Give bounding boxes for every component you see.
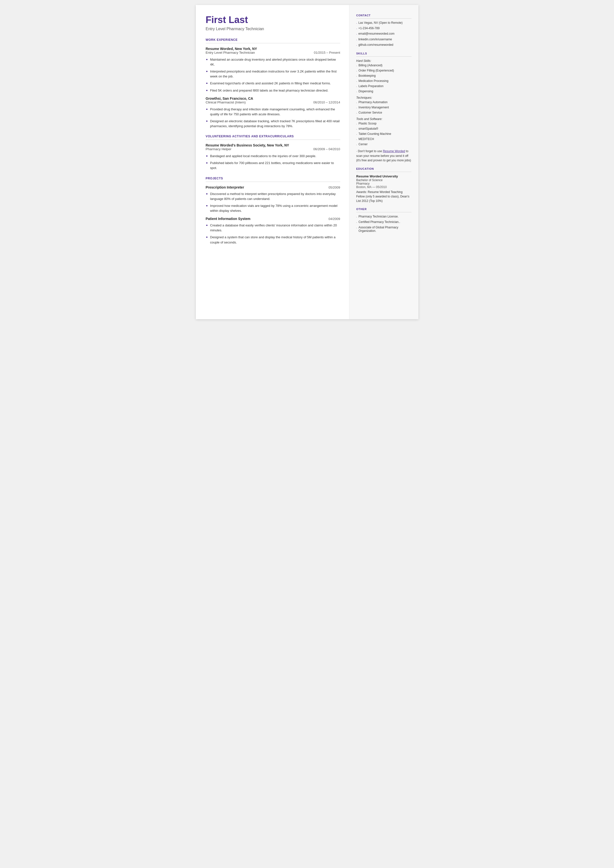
skill-pharmacy-automation: ·Pharmacy Automation: [356, 101, 411, 105]
edu-location: Boston, MA — 05/2010: [356, 185, 411, 189]
project-1: Prescription Interpreter 05/2009 Discove…: [206, 185, 340, 214]
bullet-item: Filed 5K orders and prepared l900 labels…: [210, 87, 340, 93]
bullet-item: Interpreted prescriptions and medication…: [210, 68, 340, 79]
bullet-item: Designed an electronic database tracking…: [210, 118, 340, 129]
contact-phone: · +1-234-456-789: [356, 26, 411, 31]
other-item-2: ·Certified Pharmacy Technician..: [356, 220, 411, 225]
hard-skills-label: Hard Skills:: [356, 59, 411, 63]
project-1-date: 05/2009: [329, 186, 340, 189]
job-1-bullets: Maintained an accurate drug inventory an…: [206, 56, 340, 93]
bullet-item: Published labels for 700 pillboxes and 2…: [210, 160, 340, 171]
bullet-item: Discovered a method to interpret written…: [210, 191, 340, 202]
volunteering-divider: [206, 140, 340, 140]
project-2-title: Patient Information System: [206, 217, 251, 221]
edu-school: Resume Worded University: [356, 174, 411, 178]
project-2: Patient Information System 04/2009 Creat…: [206, 217, 340, 245]
bullet-item: Bandaged and applied local medications t…: [210, 153, 340, 158]
volunteer-1-date: 06/2009 – 04/2010: [313, 147, 340, 151]
education-divider: [356, 172, 411, 172]
project-1-title: Prescription Interpreter: [206, 185, 244, 189]
volunteer-1: Resume Worded's Business Society, New Yo…: [206, 143, 340, 171]
job-2-bullets: Provided drug therapy and infection stat…: [206, 106, 340, 129]
skill-plastic-scoop: ·Plastic Scoop: [356, 122, 411, 126]
edu-awards: Awards: Resume Worded Teaching Fellow (o…: [356, 190, 411, 203]
right-column: CONTACT · Las Vegas, NV (Open to Remote)…: [349, 5, 419, 319]
bullet-item: Improved how medication vials are tagged…: [210, 203, 340, 213]
name-heading: First Last: [206, 15, 340, 25]
skill-smartspatula: ·smartSpatula®: [356, 127, 411, 131]
resume-page: First Last Entry Level Pharmacy Technici…: [196, 5, 419, 319]
skill-dispensing: ·Dispensing: [356, 90, 411, 94]
left-column: First Last Entry Level Pharmacy Technici…: [196, 5, 349, 319]
other-item-3: ·Associate of Global Pharmacy Organizati…: [356, 226, 411, 233]
volunteer-1-bullets: Bandaged and applied local medications t…: [206, 153, 340, 171]
bullet-item: Maintained an accurate drug inventory an…: [210, 56, 340, 67]
skill-cerner: ·Cerner: [356, 143, 411, 147]
skill-bookkeeping: ·Bookkeeping: [356, 74, 411, 78]
volunteering-title: VOLUNTEERING ACTIVITIES AND EXTRACURRICU…: [206, 135, 340, 138]
subtitle-heading: Entry Level Pharmacy Technician: [206, 27, 340, 31]
bullet-item: Examined logs/charts of clients and assi…: [210, 80, 340, 86]
skills-title: SKILLS: [356, 52, 411, 55]
contact-divider: [356, 18, 411, 19]
projects-title: PROJECTS: [206, 177, 340, 180]
job-1-date: 01/2015 – Present: [314, 51, 340, 54]
job-2-company: Growthsi, San Francisco, CA: [206, 96, 340, 101]
contact-location: · Las Vegas, NV (Open to Remote): [356, 21, 411, 25]
skill-labels-preparation: ·Labels Preparation: [356, 84, 411, 89]
bullet-item: Created a database that easily verifies …: [210, 222, 340, 233]
resume-worded-link[interactable]: Resume Worded: [383, 149, 405, 153]
education-title: EDUCATION: [356, 167, 411, 170]
skill-billing: ·Billing (Advanced): [356, 64, 411, 68]
job-2: Growthsi, San Francisco, CA Clinical Pha…: [206, 96, 340, 129]
promo-text: · Don't forget to use Resume Worded to s…: [356, 149, 411, 163]
bullet-item: Designed a system that can store and dis…: [210, 234, 340, 245]
work-experience-title: WORK EXPERIENCE: [206, 38, 340, 42]
techniques-label: Techniques:: [356, 96, 411, 99]
contact-email: · email@resumeworded.com: [356, 32, 411, 36]
edu-degree: Bachelor of Science: [356, 179, 411, 182]
project-2-bullets: Created a database that easily verifies …: [206, 222, 340, 245]
skills-divider: [356, 56, 411, 57]
tools-label: Tools and Software:: [356, 117, 411, 121]
skill-inventory-management: ·Inventory Management: [356, 106, 411, 110]
skill-customer-service: ·Customer Service: [356, 111, 411, 115]
contact-title: CONTACT: [356, 14, 411, 17]
bullet-item: Provided drug therapy and infection stat…: [210, 106, 340, 117]
skill-tablet-counting: ·Tablet Counting Machine: [356, 132, 411, 137]
volunteer-1-title: Pharmacy Helper: [206, 147, 231, 151]
job-2-date: 06/2010 – 12/2014: [313, 101, 340, 104]
edu-field: Pharmacy: [356, 182, 411, 185]
other-section: OTHER ·Pharmacy Technician License. ·Cer…: [356, 208, 411, 233]
skill-medication-processing: ·Medication Processing: [356, 79, 411, 84]
project-1-bullets: Discovered a method to interpret written…: [206, 191, 340, 214]
skill-meditech: ·MEDITECH: [356, 137, 411, 142]
job-1-title: Entry Level Pharmacy Technician: [206, 51, 255, 54]
project-2-date: 04/2009: [329, 217, 340, 221]
skills-section: SKILLS Hard Skills: ·Billing (Advanced) …: [356, 52, 411, 163]
skill-order-filling: ·Order Filling (Experienced): [356, 69, 411, 73]
job-1: Resume Worded, New York, NY Entry Level …: [206, 47, 340, 93]
other-item-1: ·Pharmacy Technician License.: [356, 215, 411, 219]
job-1-company: Resume Worded, New York, NY: [206, 47, 340, 51]
job-2-title: Clinical Pharmacist (Intern): [206, 101, 246, 104]
volunteer-1-company: Resume Worded's Business Society, New Yo…: [206, 143, 340, 147]
education-section: EDUCATION Resume Worded University Bache…: [356, 167, 411, 203]
contact-section: CONTACT · Las Vegas, NV (Open to Remote)…: [356, 14, 411, 48]
other-title: OTHER: [356, 208, 411, 211]
projects-divider: [206, 182, 340, 182]
contact-linkedin: · linkedin.com/in/username: [356, 37, 411, 42]
contact-github: · github.com/resumeworded: [356, 43, 411, 48]
